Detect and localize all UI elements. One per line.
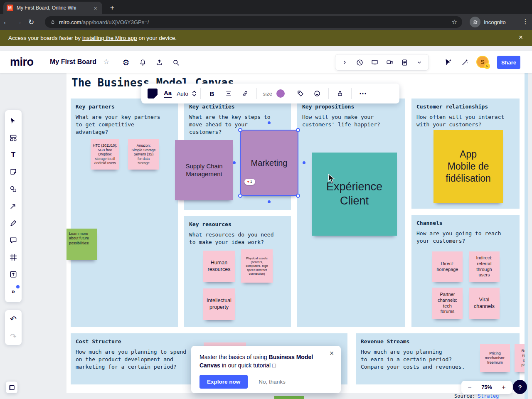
section-title: Revenue Streams xyxy=(361,338,515,345)
adjacent-board-section xyxy=(525,73,528,399)
align-dot-left[interactable] xyxy=(233,161,236,164)
section-title: Key resources xyxy=(189,221,286,227)
font-style-button[interactable]: Aa xyxy=(162,86,173,101)
bold-button[interactable]: B xyxy=(205,86,219,101)
settings-button[interactable] xyxy=(120,57,132,68)
align-dot-top[interactable] xyxy=(268,121,271,124)
board-title[interactable]: My First Board xyxy=(50,58,96,66)
zoom-level[interactable]: 75% xyxy=(481,384,492,390)
emoji-button[interactable] xyxy=(310,86,324,101)
frame-tool[interactable] xyxy=(6,249,21,266)
notes-button[interactable] xyxy=(398,56,411,69)
tab-title: My First Board, Online Whi xyxy=(17,5,89,11)
help-button[interactable] xyxy=(513,380,527,394)
export-button[interactable] xyxy=(153,57,165,68)
connector-tool[interactable] xyxy=(6,197,21,214)
cursor-icon xyxy=(9,117,17,125)
sticky-note-learn-more[interactable]: Learn more about future possibilities! xyxy=(66,229,97,260)
text-tool[interactable]: T xyxy=(6,146,21,163)
select-tool[interactable] xyxy=(6,112,21,129)
sticky-note-pricing-mechanism[interactable]: Pricing mechanism: freemium xyxy=(480,344,510,372)
forward-icon xyxy=(12,18,25,26)
tag-button[interactable] xyxy=(293,86,308,101)
sticky-note-indirect-referral[interactable]: Indirect: referral through users xyxy=(469,251,500,282)
more-tools-button[interactable] xyxy=(6,283,21,300)
browser-menu-icon[interactable] xyxy=(520,17,530,25)
section-question: What are your key partners to get compet… xyxy=(76,113,173,136)
frames-panel-icon xyxy=(8,384,15,391)
align-dot-right[interactable] xyxy=(303,161,305,164)
collaborative-cursors-button[interactable] xyxy=(442,57,455,68)
reload-icon[interactable] xyxy=(25,18,37,27)
sticky-note-supply-chain[interactable]: Supply Chain Management xyxy=(175,140,233,200)
sticky-note-experience-client[interactable]: Expérience Client xyxy=(312,153,397,236)
share-button[interactable]: Share xyxy=(497,56,520,69)
sticky-note-amazon[interactable]: Amazon: Simple Storage Servers (3S) for … xyxy=(128,139,159,170)
frames-panel-button[interactable] xyxy=(6,382,17,393)
expand-tools-button[interactable] xyxy=(338,56,351,69)
sticky-note-htc[interactable]: HTC (2011/10): 5GB free Dropbox storage … xyxy=(91,139,119,170)
color-swatch-button[interactable] xyxy=(276,89,285,98)
reaction-badge[interactable]: 1 xyxy=(244,179,255,185)
url-bar[interactable]: miro.com/app/board/uXjVO6Y3GPs=/ xyxy=(45,16,462,28)
more-options-button[interactable] xyxy=(356,86,370,101)
sticky-note-tool[interactable] xyxy=(6,163,21,180)
install-miro-app-link[interactable]: installing the Miro app xyxy=(82,35,137,41)
sticky-note-partner-channels[interactable]: Partner channels: tech forums xyxy=(432,288,463,319)
board-canvas[interactable]: The Business Model Canvas Key partners W… xyxy=(66,73,525,393)
comment-tool[interactable] xyxy=(6,232,21,249)
no-thanks-button[interactable]: No, thanks xyxy=(259,379,286,385)
section-channels[interactable]: Channels How are you going to reach your… xyxy=(411,215,520,327)
sticky-note-viral-channels[interactable]: Viral channels xyxy=(469,288,500,319)
more-tools-button[interactable] xyxy=(413,56,426,69)
link-button[interactable] xyxy=(238,86,252,101)
sticky-note-app-mobile[interactable]: App Mobile de fidélisation xyxy=(433,130,503,203)
partial-green-note[interactable] xyxy=(274,396,304,399)
section-key-resources[interactable]: Key resources What resources do you need… xyxy=(184,216,291,327)
sticky-note-physical-assets[interactable]: Physical assets (servers, computers, hig… xyxy=(241,249,273,283)
tab-close-icon[interactable] xyxy=(92,5,99,12)
zoom-in-button[interactable] xyxy=(500,384,508,391)
note-type-button[interactable] xyxy=(145,86,160,101)
sticky-note-human-resources[interactable]: Human resources xyxy=(203,251,235,282)
miro-logo[interactable]: miro xyxy=(10,56,34,69)
undo-button[interactable] xyxy=(6,312,20,326)
bookmark-star-icon[interactable] xyxy=(452,18,457,26)
notifications-button[interactable] xyxy=(136,57,149,68)
sticky-note-marketing[interactable]: Marketing 1 xyxy=(240,130,298,196)
explore-now-button[interactable]: Explore now xyxy=(200,375,248,389)
sticky-note-direct-homepage[interactable]: Direct: homepage xyxy=(432,251,463,282)
search-button[interactable] xyxy=(170,57,182,68)
back-icon[interactable] xyxy=(0,18,12,26)
banner-close-icon[interactable] xyxy=(516,33,525,42)
upload-tool[interactable] xyxy=(6,266,21,283)
pen-tool[interactable] xyxy=(6,214,21,232)
new-tab-button[interactable] xyxy=(107,3,117,13)
align-button[interactable] xyxy=(222,86,236,101)
sticky-note-recurring-revenue[interactable]: Recurring revenue: ongoing payments xyxy=(515,344,525,372)
section-key-partners[interactable]: Key partners What are your key partners … xyxy=(71,99,178,327)
zoom-out-button[interactable] xyxy=(466,384,474,391)
section-title: Key propositions xyxy=(302,103,400,110)
sticky-note-intellectual-property[interactable]: Intellectual property xyxy=(203,288,235,320)
lock-button[interactable] xyxy=(333,86,347,101)
timer-button[interactable] xyxy=(353,56,366,69)
section-title: Channels xyxy=(416,220,515,226)
favorite-star-icon[interactable] xyxy=(103,57,109,66)
source-link[interactable]: Strateg xyxy=(478,393,499,399)
smiley-icon xyxy=(313,90,321,97)
font-size-stepper[interactable] xyxy=(192,91,196,96)
browser-tab[interactable]: M My First Board, Online Whi xyxy=(3,2,102,14)
align-dot-bottom[interactable] xyxy=(268,200,271,203)
popup-close-icon[interactable] xyxy=(328,349,336,357)
comment-icon xyxy=(9,236,17,244)
present-button[interactable] xyxy=(368,56,381,69)
font-size-mode[interactable]: Auto xyxy=(177,91,188,97)
avatar[interactable]: S xyxy=(476,56,489,68)
video-chat-button[interactable] xyxy=(383,56,396,69)
templates-tool[interactable] xyxy=(6,129,21,146)
banner-text-suffix: on your device. xyxy=(138,35,177,41)
reactions-button[interactable] xyxy=(459,57,471,68)
shapes-tool[interactable] xyxy=(6,180,21,197)
miro-favicon-icon: M xyxy=(7,5,13,11)
